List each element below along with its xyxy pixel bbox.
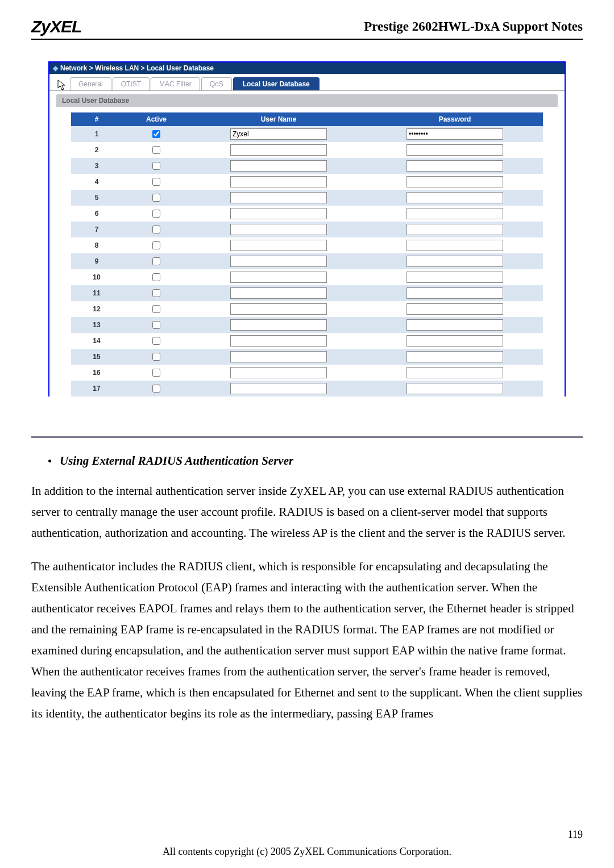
password-input[interactable] (406, 224, 503, 235)
table-row: 14 (71, 333, 543, 349)
username-input[interactable] (230, 192, 327, 203)
password-input[interactable] (406, 256, 503, 267)
active-checkbox[interactable] (152, 385, 160, 393)
password-input[interactable] (406, 272, 503, 283)
section-title: Local User Database (56, 94, 558, 107)
row-index: 14 (71, 333, 122, 349)
username-input[interactable] (230, 367, 327, 378)
password-input[interactable] (406, 287, 503, 299)
row-index: 17 (71, 381, 122, 397)
column-header-username: User Name (190, 112, 367, 126)
table-row: 15 (71, 349, 543, 365)
username-input[interactable] (230, 383, 327, 394)
active-checkbox[interactable] (152, 178, 160, 186)
active-checkbox[interactable] (152, 162, 160, 170)
username-input[interactable] (230, 144, 327, 156)
password-input[interactable] (406, 128, 503, 140)
username-input[interactable] (230, 335, 327, 347)
router-admin-screenshot: ◆Network > Wireless LAN > Local User Dat… (48, 61, 566, 397)
paragraph-1: In addition to the internal authenticati… (31, 481, 583, 544)
row-index: 5 (71, 190, 122, 206)
bullet-icon (48, 460, 51, 462)
table-row: 6 (71, 206, 543, 222)
username-input[interactable] (230, 256, 327, 267)
active-checkbox[interactable] (152, 353, 160, 361)
password-input[interactable] (406, 319, 503, 331)
table-row: 16 (71, 365, 543, 381)
row-index: 11 (71, 285, 122, 301)
table-row: 1 (71, 126, 543, 142)
tab-qos[interactable]: QoS (201, 77, 232, 90)
active-checkbox[interactable] (152, 146, 160, 154)
username-input[interactable] (230, 319, 327, 331)
active-checkbox[interactable] (152, 289, 160, 297)
column-header-password: Password (367, 112, 543, 126)
row-index: 2 (71, 142, 122, 158)
tab-otist[interactable]: OTIST (113, 77, 150, 90)
tab-local-user-database[interactable]: Local User Database (233, 77, 320, 90)
active-checkbox[interactable] (152, 305, 160, 313)
column-header-index: # (71, 112, 122, 126)
password-input[interactable] (406, 192, 503, 203)
active-checkbox[interactable] (152, 273, 160, 281)
password-input[interactable] (406, 303, 503, 315)
username-input[interactable] (230, 224, 327, 235)
table-row: 5 (71, 190, 543, 206)
table-row: 2 (71, 142, 543, 158)
section-heading-text: Using External RADIUS Authentication Ser… (60, 454, 293, 468)
password-input[interactable] (406, 367, 503, 378)
active-checkbox[interactable] (152, 321, 160, 329)
copyright-footer: All contents copyright (c) 2005 ZyXEL Co… (0, 846, 614, 858)
username-input[interactable] (230, 287, 327, 299)
cursor-icon (57, 80, 67, 91)
active-checkbox[interactable] (152, 194, 160, 202)
password-input[interactable] (406, 240, 503, 251)
breadcrumb: ◆Network > Wireless LAN > Local User Dat… (49, 62, 565, 74)
password-input[interactable] (406, 335, 503, 347)
active-checkbox[interactable] (152, 369, 160, 377)
username-input[interactable] (230, 272, 327, 283)
password-input[interactable] (406, 383, 503, 394)
active-checkbox[interactable] (152, 337, 160, 345)
active-checkbox[interactable] (152, 130, 160, 138)
active-checkbox[interactable] (152, 257, 160, 265)
table-row: 8 (71, 237, 543, 253)
logo-text: ZyXEL (31, 17, 81, 36)
username-input[interactable] (230, 128, 327, 140)
password-input[interactable] (406, 160, 503, 172)
row-index: 6 (71, 206, 122, 222)
row-index: 12 (71, 301, 122, 317)
tab-mac-filter[interactable]: MAC Filter (151, 77, 200, 90)
row-index: 13 (71, 317, 122, 333)
active-checkbox[interactable] (152, 226, 160, 233)
document-title: Prestige 2602HWL-DxA Support Notes (364, 19, 583, 34)
table-row: 13 (71, 317, 543, 333)
row-index: 7 (71, 222, 122, 237)
row-index: 8 (71, 237, 122, 253)
username-input[interactable] (230, 351, 327, 362)
username-input[interactable] (230, 208, 327, 219)
tab-general[interactable]: General (70, 77, 111, 90)
username-input[interactable] (230, 240, 327, 251)
breadcrumb-text: Network > Wireless LAN > Local User Data… (60, 64, 214, 72)
table-row: 17 (71, 381, 543, 397)
active-checkbox[interactable] (152, 210, 160, 218)
username-input[interactable] (230, 160, 327, 172)
user-database-table: # Active User Name Password 123456789101… (71, 112, 543, 397)
table-row: 10 (71, 269, 543, 285)
row-index: 3 (71, 158, 122, 174)
username-input[interactable] (230, 176, 327, 187)
active-checkbox[interactable] (152, 241, 160, 249)
table-row: 3 (71, 158, 543, 174)
username-input[interactable] (230, 303, 327, 315)
password-input[interactable] (406, 351, 503, 362)
password-input[interactable] (406, 144, 503, 156)
column-header-active: Active (122, 112, 190, 126)
password-input[interactable] (406, 208, 503, 219)
table-row: 12 (71, 301, 543, 317)
page-header: ZyXEL Prestige 2602HWL-DxA Support Notes (31, 17, 583, 40)
password-input[interactable] (406, 176, 503, 187)
row-index: 4 (71, 174, 122, 190)
table-row: 4 (71, 174, 543, 190)
row-index: 1 (71, 126, 122, 142)
